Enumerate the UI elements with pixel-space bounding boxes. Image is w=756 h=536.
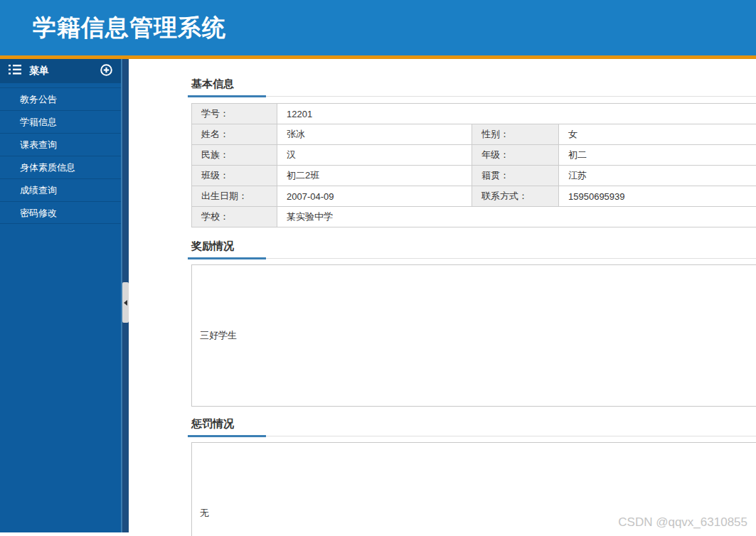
field-value: 女 [559,124,756,145]
sidebar-item-physical-fitness[interactable]: 身体素质信息 [0,156,121,178]
punishment-section-title: 惩罚情况 [191,417,756,436]
field-label: 民族： [192,145,277,166]
field-value: 初二2班 [277,166,472,186]
page-title: 学籍信息管理系统 [33,12,226,44]
field-label: 班级： [192,166,277,186]
sidebar-item-grades[interactable]: 成绩查询 [0,178,121,201]
collapse-left-arrow-icon [124,300,127,306]
field-value: 2007-04-09 [277,186,472,207]
field-label: 姓名： [192,124,277,145]
sidebar-menu: 教务公告 学籍信息 课表查询 身体素质信息 成绩查询 密码修改 [0,87,121,224]
section-title-text: 惩罚情况 [191,417,756,431]
section-title-text: 奖励情况 [191,240,756,253]
field-value: 15950695939 [559,186,756,207]
sidebar-item-change-password[interactable]: 密码修改 [0,201,121,224]
field-value: 江苏 [559,166,756,186]
sidebar-item-announcements[interactable]: 教务公告 [0,87,121,110]
csdn-watermark: CSDN @qqvx_6310855 [618,515,747,530]
field-label: 学号： [192,104,277,124]
table-row: 学校： 某实验中学 [192,207,756,227]
table-row: 姓名： 张冰 性别： 女 [192,124,756,145]
list-icon [9,65,21,77]
field-label: 学校： [192,207,277,227]
sidebar: 菜单 教务公告 学籍信息 课表查询 身体素质信息 成绩查询 密码修改 [0,59,121,532]
field-value: 初二 [559,145,756,166]
sidebar-item-timetable[interactable]: 课表查询 [0,133,121,156]
sidebar-splitter[interactable] [121,59,129,532]
table-row: 班级： 初二2班 籍贯： 江苏 [192,166,756,186]
field-label: 籍贯： [472,166,559,186]
main-layout: 菜单 教务公告 学籍信息 课表查询 身体素质信息 成绩查询 密码修改 [0,59,756,532]
field-value: 张冰 [277,124,472,145]
content-area: 基本信息 学号： 12201 姓名： 张冰 性别： 女 民族： 汉 年级： 初二 [129,59,756,532]
basic-info-table: 学号： 12201 姓名： 张冰 性别： 女 民族： 汉 年级： 初二 班级： [191,103,756,227]
awards-section-title: 奖励情况 [191,240,756,259]
plus-circle-icon[interactable] [100,64,112,79]
field-value: 某实验中学 [277,207,756,227]
punishment-content: 无 [200,507,209,520]
sidebar-collapse-handle[interactable] [122,282,129,323]
table-row: 学号： 12201 [192,104,756,124]
field-label: 出生日期： [192,186,277,207]
table-row: 民族： 汉 年级： 初二 [192,145,756,166]
field-label: 年级： [472,145,559,166]
sidebar-menu-label: 菜单 [29,65,100,77]
sidebar-menu-header[interactable]: 菜单 [0,59,121,83]
app-header: 学籍信息管理系统 [0,0,756,59]
basic-info-section-title: 基本信息 [191,77,756,97]
awards-content: 三好学生 [200,329,237,342]
awards-text-box: 三好学生 [191,264,756,407]
table-row: 出生日期： 2007-04-09 联系方式： 15950695939 [192,186,756,207]
field-value: 汉 [277,145,472,166]
field-label: 联系方式： [472,186,559,207]
field-value: 12201 [277,104,756,124]
sidebar-item-student-records[interactable]: 学籍信息 [0,110,121,133]
section-title-text: 基本信息 [191,77,756,91]
field-label: 性别： [472,124,559,145]
